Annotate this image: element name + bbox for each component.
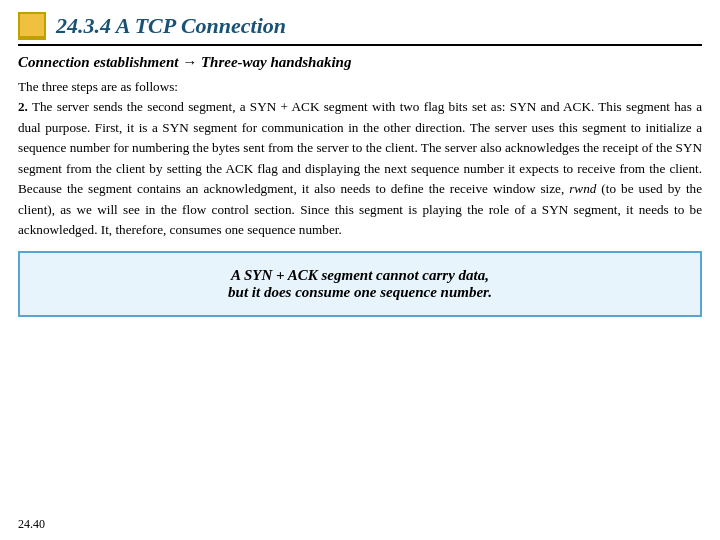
intro-text: The three steps are as follows:	[18, 79, 178, 94]
highlight-line1: A SYN + ACK segment cannot carry data,	[40, 267, 680, 284]
subtitle-rest: Three-way handshaking	[197, 54, 351, 70]
body-text: The three steps are as follows: 2. The s…	[18, 77, 702, 241]
page-container: 24.3.4 A TCP Connection Connection estab…	[0, 0, 720, 540]
arrow-icon: →	[182, 54, 197, 70]
book-icon	[18, 12, 46, 40]
header: 24.3.4 A TCP Connection	[18, 12, 702, 46]
subtitle: Connection establishment → Three-way han…	[18, 54, 702, 71]
step-number: 2.	[18, 99, 28, 114]
highlight-line2: but it does consume one sequence number.	[40, 284, 680, 301]
rwnd-term: rwnd	[569, 181, 596, 196]
page-footer: 24.40	[18, 517, 45, 532]
page-title: 24.3.4 A TCP Connection	[56, 13, 286, 39]
subtitle-text: Connection establishment	[18, 54, 182, 70]
body-paragraph: 2. The server sends the second segment, …	[18, 99, 702, 237]
highlight-box: A SYN + ACK segment cannot carry data, b…	[18, 251, 702, 317]
page-number: 24.40	[18, 517, 45, 531]
